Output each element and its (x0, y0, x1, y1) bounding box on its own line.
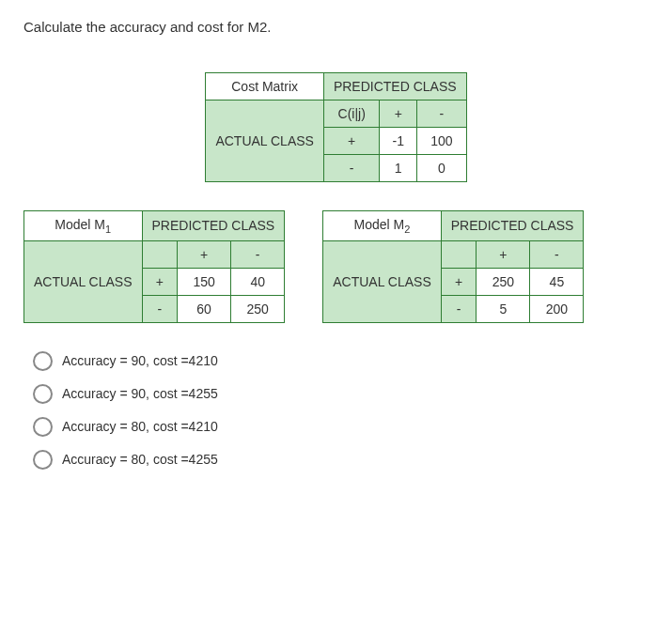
m2-row-plus: + (441, 268, 477, 295)
cost-matrix-col-plus: + (380, 100, 417, 128)
m2-actual-label: ACTUAL CLASS (323, 240, 442, 322)
m2-title: Model M2 (323, 211, 442, 241)
model-m2-table: Model M2 PREDICTED CLASS ACTUAL CLASS + … (322, 210, 584, 323)
m1-r1c1: 150 (178, 268, 231, 295)
model-m1-table: Model M1 PREDICTED CLASS ACTUAL CLASS + … (23, 210, 285, 323)
option-a[interactable]: Accuracy = 90, cost =4210 (33, 351, 649, 371)
cost-matrix-r1c1: -1 (380, 128, 417, 155)
cost-matrix-table: Cost Matrix PREDICTED CLASS ACTUAL CLASS… (205, 72, 466, 182)
option-c[interactable]: Accuracy = 80, cost =4210 (33, 417, 649, 437)
m1-title: Model M1 (24, 211, 143, 241)
option-a-label: Accuracy = 90, cost =4210 (62, 353, 218, 368)
m1-actual-label: ACTUAL CLASS (24, 240, 143, 322)
m2-col-minus: - (530, 240, 584, 268)
answer-options: Accuracy = 90, cost =4210 Accuracy = 90,… (33, 351, 649, 470)
m2-pred-label: PREDICTED CLASS (441, 211, 584, 241)
option-b-label: Accuracy = 90, cost =4255 (62, 386, 218, 401)
radio-icon (33, 450, 53, 470)
cost-matrix-cij: C(i|j) (323, 100, 380, 128)
m1-r1c2: 40 (231, 268, 285, 295)
cost-matrix-row-plus: + (323, 128, 380, 155)
m2-r2c1: 5 (477, 295, 530, 322)
m1-r2c1: 60 (178, 295, 231, 322)
cost-matrix-r2c2: 0 (417, 155, 467, 182)
m2-r2c2: 200 (530, 295, 584, 322)
m2-col-plus: + (477, 240, 530, 268)
m2-row-minus: - (441, 295, 477, 322)
cost-matrix-col-minus: - (417, 100, 467, 128)
cost-matrix-r1c2: 100 (417, 128, 467, 155)
option-c-label: Accuracy = 80, cost =4210 (62, 419, 218, 434)
option-d[interactable]: Accuracy = 80, cost =4255 (33, 450, 649, 470)
cost-matrix-pred-label: PREDICTED CLASS (323, 73, 466, 100)
question-text: Calculate the accuracy and cost for M2. (23, 19, 649, 35)
m2-r1c2: 45 (530, 268, 584, 295)
radio-icon (33, 351, 53, 371)
option-b[interactable]: Accuracy = 90, cost =4255 (33, 384, 649, 404)
cost-matrix-actual-label: ACTUAL CLASS (206, 100, 324, 182)
m1-r2c2: 250 (231, 295, 285, 322)
cost-matrix-title: Cost Matrix (231, 79, 298, 94)
cost-matrix-row-minus: - (323, 155, 380, 182)
radio-icon (33, 384, 53, 404)
option-d-label: Accuracy = 80, cost =4255 (62, 452, 218, 467)
m1-row-plus: + (142, 268, 178, 295)
m2-r1c1: 250 (477, 268, 530, 295)
m1-row-minus: - (142, 295, 178, 322)
cost-matrix-r2c1: 1 (380, 155, 417, 182)
radio-icon (33, 417, 53, 437)
m1-col-plus: + (178, 240, 231, 268)
m1-col-minus: - (231, 240, 285, 268)
m1-pred-label: PREDICTED CLASS (142, 211, 285, 241)
